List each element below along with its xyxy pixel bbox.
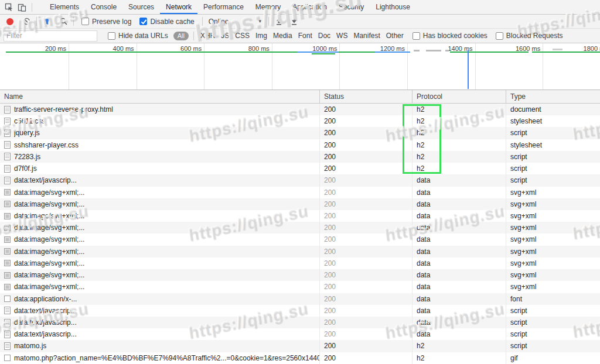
table-row[interactable]: data:image/svg+xml;...200datasvg+xml <box>0 198 600 210</box>
timeline-playhead <box>468 50 469 89</box>
request-status: 200 <box>319 151 412 163</box>
disable-cache-checkbox[interactable] <box>139 18 147 25</box>
filter-type-media[interactable]: Media <box>273 32 292 40</box>
tab-performance[interactable]: Performance <box>197 1 250 14</box>
filter-input[interactable] <box>4 30 97 42</box>
tab-sources[interactable]: Sources <box>122 1 160 14</box>
hide-data-urls-label: Hide data URLs <box>118 32 168 40</box>
timeline-gridline <box>272 43 272 90</box>
request-status: 200 <box>319 246 412 257</box>
preserve-log-label: Preserve log <box>92 18 131 26</box>
hide-data-urls-checkbox[interactable] <box>108 32 115 40</box>
request-name: data:image/svg+xml;... <box>14 233 84 245</box>
record-button[interactable] <box>4 16 16 28</box>
table-row[interactable]: sshsharer-player.css200h2stylesheet <box>0 139 600 151</box>
filter-type-font[interactable]: Font <box>298 32 312 40</box>
filter-type-manifest[interactable]: Manifest <box>353 32 380 40</box>
request-status: 200 <box>319 115 412 127</box>
clear-button[interactable] <box>20 16 33 28</box>
document-icon <box>4 141 11 149</box>
table-row[interactable]: 72283.js200h2script <box>0 151 600 163</box>
document-icon <box>4 165 11 173</box>
table-row[interactable]: data:image/svg+xml;...200datasvg+xml <box>0 257 600 269</box>
column-header-type[interactable]: Type <box>506 90 600 103</box>
column-header-name[interactable]: Name <box>0 90 319 103</box>
separator <box>32 3 32 12</box>
network-overview-timeline[interactable]: 200 ms400 ms600 ms800 ms1000 ms1200 ms14… <box>0 43 600 90</box>
tab-memory[interactable]: Memory <box>250 1 287 14</box>
table-row[interactable]: data:image/svg+xml;...200datasvg+xml <box>0 187 600 198</box>
export-har-button[interactable] <box>288 16 301 28</box>
tab-console[interactable]: Console <box>85 1 122 14</box>
request-name: data:image/svg+xml;... <box>14 187 84 198</box>
request-name: d7f0f.js <box>14 163 37 174</box>
tab-security[interactable]: Security <box>333 1 370 14</box>
table-row[interactable]: data:application/x-...200datafont <box>0 293 600 305</box>
request-name: sshsharer-player.css <box>14 139 79 151</box>
throttling-dropdown[interactable]: Online ▼ <box>209 18 262 26</box>
request-type: document <box>506 104 600 115</box>
import-har-button[interactable] <box>272 16 285 28</box>
separator <box>268 17 269 26</box>
image-icon <box>4 283 11 291</box>
tab-application[interactable]: Application <box>287 1 333 14</box>
table-row[interactable]: traffic-server-reverse-proxy.html200h2do… <box>0 104 600 115</box>
request-protocol: data <box>412 328 506 340</box>
has-blocked-cookies-checkbox[interactable] <box>412 32 420 40</box>
filter-type-img[interactable]: Img <box>255 32 267 40</box>
timeline-gridline <box>339 43 340 90</box>
inspect-element-icon[interactable] <box>2 1 15 13</box>
request-status: 200 <box>319 305 412 317</box>
tab-lighthouse[interactable]: Lighthouse <box>370 1 416 14</box>
request-status: 200 <box>319 233 412 245</box>
filter-all-pill[interactable]: All <box>173 32 189 40</box>
blocked-requests-checkbox[interactable] <box>496 32 503 40</box>
table-row[interactable]: data:text/javascrip...200datascript <box>0 305 600 317</box>
request-status: 200 <box>319 340 412 352</box>
document-icon <box>4 342 11 350</box>
tab-elements[interactable]: Elements <box>44 1 85 14</box>
table-row[interactable]: matomo.js200h2script <box>0 340 600 352</box>
filter-type-other[interactable]: Other <box>386 32 404 40</box>
request-name-cell: jquery.js <box>0 127 319 139</box>
request-name-cell: data:image/svg+xml;... <box>0 210 319 222</box>
table-row[interactable]: data:text/javascrip...200datascript <box>0 317 600 328</box>
filter-type-ws[interactable]: WS <box>336 32 347 40</box>
tab-network[interactable]: Network <box>160 1 197 14</box>
request-protocol: data <box>412 269 506 281</box>
filter-toggle-button[interactable] <box>40 16 53 28</box>
search-button[interactable] <box>57 16 70 28</box>
download-icon <box>291 18 298 25</box>
table-row[interactable]: d7f0f.js200h2script <box>0 163 600 174</box>
table-row[interactable]: c5611.css200h2stylesheet <box>0 115 600 127</box>
device-toolbar-icon[interactable] <box>15 1 28 13</box>
table-row[interactable]: data:image/svg+xml;...200datasvg+xml <box>0 233 600 245</box>
table-row[interactable]: data:image/svg+xml;...200datasvg+xml <box>0 246 600 257</box>
separator <box>36 17 37 26</box>
table-row[interactable]: data:image/svg+xml;...200datasvg+xml <box>0 281 600 293</box>
column-header-status[interactable]: Status <box>319 90 412 103</box>
overview-segment <box>339 51 375 53</box>
filter-type-css[interactable]: CSS <box>235 32 250 40</box>
highlight-box <box>403 104 441 174</box>
image-icon <box>4 224 11 232</box>
column-header-protocol[interactable]: Protocol <box>412 90 506 103</box>
table-row[interactable]: matomo.php?action_name=%E4%BD%BF%E7%94%A… <box>0 352 600 364</box>
filter-type-js[interactable]: JS <box>221 32 229 40</box>
request-type: svg+xml <box>506 210 600 222</box>
request-name-cell: data:image/svg+xml;... <box>0 281 319 293</box>
request-status: 200 <box>319 281 412 293</box>
table-row[interactable]: data:text/javascrip...200datascript <box>0 328 600 340</box>
table-row[interactable]: data:image/svg+xml;...200datasvg+xml <box>0 210 600 222</box>
request-name-cell: c5611.css <box>0 115 319 127</box>
filter-type-doc[interactable]: Doc <box>318 32 330 40</box>
table-row[interactable]: data:image/svg+xml;...200datasvg+xml <box>0 269 600 281</box>
table-row[interactable]: data:image/svg+xml;...200datasvg+xml <box>0 222 600 233</box>
request-type: script <box>506 328 600 340</box>
throttling-value: Online <box>209 18 229 26</box>
request-protocol: data <box>412 246 506 257</box>
table-row[interactable]: data:text/javascrip...200datascript <box>0 174 600 186</box>
preserve-log-checkbox[interactable] <box>81 18 89 25</box>
table-row[interactable]: jquery.js200h2script <box>0 127 600 139</box>
filter-type-xhr[interactable]: XHR <box>200 32 215 40</box>
